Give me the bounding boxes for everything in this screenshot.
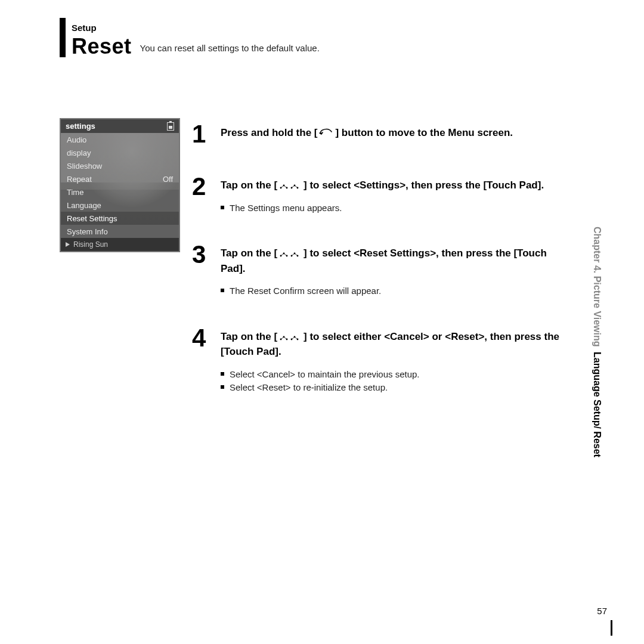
step-3: 3 Tap on the [] to select <Reset Setting… xyxy=(192,242,574,298)
list-item: Slideshow xyxy=(61,159,179,172)
step-number: 3 xyxy=(192,242,211,298)
list-item-selected: Reset Settings xyxy=(61,212,179,225)
list-item: Time xyxy=(61,185,179,199)
list-item: System Info xyxy=(61,225,179,238)
step-bullets: The Settings menu appears. xyxy=(221,202,574,215)
step-title: Tap on the [] to select <Reset Settings>… xyxy=(221,246,574,276)
list-item: Language xyxy=(61,199,179,212)
list-item: display xyxy=(61,146,179,159)
step-4: 4 Tap on the [] to select either <Cancel… xyxy=(192,326,574,395)
page-title: Reset xyxy=(72,34,132,59)
nav-dots-icon xyxy=(278,250,302,258)
instruction-steps: 1 Press and hold the [] button to move t… xyxy=(192,122,574,422)
step-number: 1 xyxy=(192,122,211,147)
side-tab: Chapter 4. Picture Viewing Language Setu… xyxy=(590,227,603,457)
device-header-title: settings xyxy=(66,122,95,131)
nav-dots-icon xyxy=(278,333,302,342)
list-item: RepeatOff xyxy=(61,172,179,185)
step-title: Tap on the [] to select <Settings>, then… xyxy=(221,178,574,193)
chapter-label: Chapter 4. Picture Viewing xyxy=(592,227,602,347)
nav-dots-icon xyxy=(278,182,302,190)
page-header: Setup Reset You can reset all settings t… xyxy=(72,23,561,59)
device-screenshot: settings Audio display Slideshow RepeatO… xyxy=(60,118,180,252)
device-now-playing: Rising Sun xyxy=(61,238,179,251)
step-number: 2 xyxy=(192,174,211,215)
bullet: Select <Reset> to re-initialize the setu… xyxy=(221,381,574,395)
back-arrow-icon xyxy=(318,128,334,138)
step-1: 1 Press and hold the [] button to move t… xyxy=(192,122,574,147)
device-menu-list: Audio display Slideshow RepeatOff Time L… xyxy=(61,133,179,238)
battery-icon xyxy=(167,122,174,131)
page-subtitle: You can reset all settings to the defaul… xyxy=(140,43,320,53)
setup-label: Setup xyxy=(72,23,561,33)
bullet: The Settings menu appears. xyxy=(221,202,574,215)
step-title: Tap on the [] to select either <Cancel> … xyxy=(221,329,574,360)
step-bullets: Select <Cancel> to maintain the previous… xyxy=(221,368,574,395)
step-number: 4 xyxy=(192,326,211,395)
bullet: The Reset Confirm screen will appear. xyxy=(221,284,574,298)
footer-rule xyxy=(611,620,612,636)
bullet: Select <Cancel> to maintain the previous… xyxy=(221,368,574,382)
page-number: 57 xyxy=(597,606,607,616)
list-item: Audio xyxy=(61,133,179,146)
step-title: Press and hold the [] button to move to … xyxy=(221,125,574,141)
play-icon xyxy=(66,242,70,247)
header-rule xyxy=(60,18,66,57)
step-bullets: The Reset Confirm screen will appear. xyxy=(221,284,574,298)
step-2: 2 Tap on the [] to select <Settings>, th… xyxy=(192,174,574,215)
section-label: Language Setup/ Reset xyxy=(592,352,602,457)
